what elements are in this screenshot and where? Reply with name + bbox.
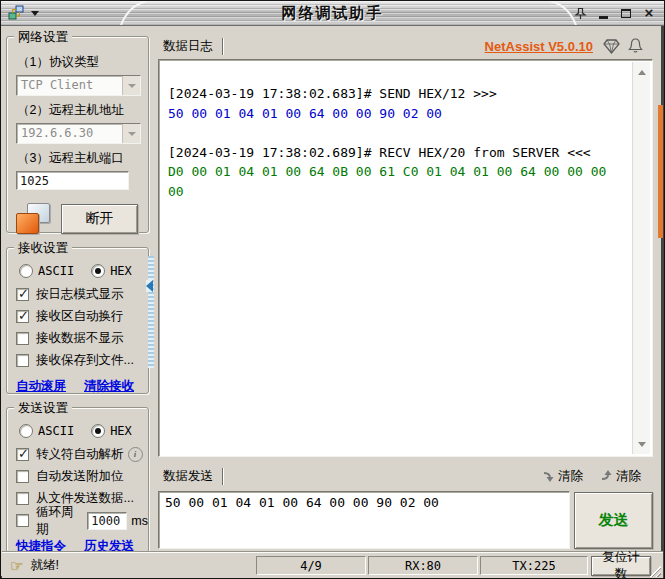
tab-divider <box>222 38 223 55</box>
save-to-file-checkbox[interactable] <box>16 354 29 367</box>
maximize-button[interactable] <box>619 6 633 20</box>
network-settings-title: 网络设置 <box>14 29 72 46</box>
recv-ascii-radio[interactable] <box>19 264 33 278</box>
window-title: 网络调试助手 <box>1 4 664 23</box>
protocol-dropdown-icon[interactable] <box>122 76 140 95</box>
receive-settings-group: 接收设置 ASCII HEX 按日志模式显示 接收区自动换行 接收数据不显示 接… <box>6 247 149 394</box>
collapse-panel-icon[interactable] <box>146 280 153 292</box>
tab-data-send[interactable]: 数据发送 <box>163 468 213 485</box>
port-input[interactable] <box>16 171 129 190</box>
host-select[interactable]: 192.6.6.30 <box>16 123 141 144</box>
protocol-value: TCP Client <box>17 76 122 95</box>
pin-icon[interactable] <box>573 6 587 20</box>
send-hex-radio[interactable] <box>91 424 105 438</box>
auto-wrap-label: 接收区自动换行 <box>36 308 124 325</box>
log-mode-label: 按日志模式显示 <box>36 286 124 303</box>
data-log-area[interactable]: [2024-03-19 17:38:02.683]# SEND HEX/12 >… <box>158 59 653 457</box>
page-indicator: 4/9 <box>256 556 366 575</box>
scroll-down-icon[interactable] <box>633 436 650 452</box>
reset-count-button[interactable]: 复位计数 <box>591 556 651 576</box>
send-data-input[interactable]: 50 00 01 04 01 00 64 00 00 90 02 00 <box>158 491 570 549</box>
scroll-up-icon[interactable] <box>633 64 650 80</box>
log-content[interactable]: [2024-03-19 17:38:02.683]# SEND HEX/12 >… <box>161 62 632 454</box>
minimize-button[interactable] <box>596 6 610 20</box>
clear-receive-button[interactable]: 清除 <box>541 468 583 485</box>
cycle-send-checkbox[interactable] <box>16 514 29 527</box>
status-text: 就绪! <box>30 557 58 574</box>
send-from-file-checkbox[interactable] <box>16 492 29 505</box>
send-button[interactable]: 发送 <box>574 492 653 549</box>
ready-hand-icon: ☞ <box>10 559 23 573</box>
gem-icon[interactable] <box>603 39 620 54</box>
cycle-period-input[interactable] <box>87 512 127 530</box>
version-link[interactable]: NetAssist V5.0.10 <box>485 39 593 54</box>
auto-append-checkbox[interactable] <box>16 470 29 483</box>
cycle-send-label: 循环周期 <box>36 504 85 538</box>
receive-settings-title: 接收设置 <box>14 240 72 257</box>
recv-hex-radio[interactable] <box>91 264 105 278</box>
rx-counter: RX:80 <box>368 556 478 575</box>
cycle-unit-label: ms <box>131 514 148 528</box>
protocol-select[interactable]: TCP Client <box>16 75 141 96</box>
arrow-up-icon <box>599 469 613 483</box>
hide-recv-checkbox[interactable] <box>16 332 29 345</box>
host-label: （2）远程主机地址 <box>17 102 148 119</box>
auto-wrap-checkbox[interactable] <box>16 310 29 323</box>
port-label: （3）远程主机端口 <box>17 150 148 167</box>
send-settings-group: 发送设置 ASCII HEX 转义符自动解析 i 自动发送附加位 从文件发送数据… <box>6 407 149 553</box>
send-ascii-radio[interactable] <box>19 424 33 438</box>
host-dropdown-icon[interactable] <box>122 124 140 143</box>
edge-marker <box>658 105 663 238</box>
app-window: 网络调试助手 × 网络设置 （1）协议类型 TCP Client （2）远程主机… <box>0 0 665 579</box>
panel-splitter[interactable] <box>148 256 154 368</box>
tx-counter: TX:225 <box>480 556 588 575</box>
recv-hex-label: HEX <box>110 264 132 278</box>
info-icon[interactable]: i <box>128 447 143 462</box>
connection-status-icon[interactable] <box>16 203 50 234</box>
tab-divider <box>222 468 223 485</box>
protocol-label: （1）协议类型 <box>17 54 148 71</box>
titlebar: 网络调试助手 × <box>1 1 664 26</box>
hide-recv-label: 接收数据不显示 <box>36 330 124 347</box>
escape-parse-label: 转义符自动解析 <box>36 446 124 463</box>
clear-receive-link[interactable]: 清除接收 <box>84 378 134 395</box>
tab-data-log[interactable]: 数据日志 <box>163 38 213 55</box>
escape-parse-checkbox[interactable] <box>16 448 29 461</box>
network-settings-group: 网络设置 （1）协议类型 TCP Client （2）远程主机地址 192.6.… <box>6 36 149 233</box>
close-button[interactable]: × <box>642 6 656 20</box>
host-value: 192.6.6.30 <box>17 124 122 143</box>
arrow-down-icon <box>541 469 555 483</box>
clear-send-button[interactable]: 清除 <box>599 468 641 485</box>
save-to-file-label: 接收保存到文件... <box>36 352 134 369</box>
auto-append-label: 自动发送附加位 <box>36 468 124 485</box>
send-ascii-label: ASCII <box>38 424 74 438</box>
recv-ascii-label: ASCII <box>38 264 74 278</box>
bell-icon[interactable] <box>628 38 643 54</box>
auto-scroll-link[interactable]: 自动滚屏 <box>16 378 66 395</box>
send-settings-title: 发送设置 <box>14 400 72 417</box>
disconnect-button[interactable]: 断开 <box>61 204 138 234</box>
send-hex-label: HEX <box>110 424 132 438</box>
statusbar: ☞ 就绪! 4/9 RX:80 TX:225 复位计数 <box>2 552 663 579</box>
log-mode-checkbox[interactable] <box>16 288 29 301</box>
log-scrollbar[interactable] <box>632 62 650 454</box>
